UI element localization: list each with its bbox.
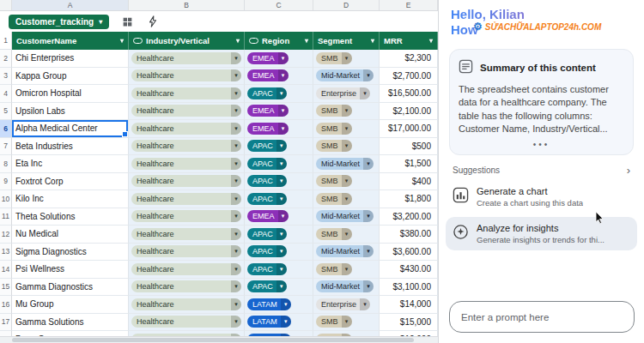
industry-dropdown-chip[interactable]: Healthcare ▾ <box>131 210 241 222</box>
cell-customer-name[interactable]: Foxtrot Corp <box>12 173 129 191</box>
region-dropdown-chip[interactable]: EMEA ▾ <box>247 52 289 64</box>
row-number[interactable]: 2 <box>0 50 12 68</box>
industry-dropdown-chip[interactable]: Healthcare ▾ <box>131 263 241 275</box>
cell-customer-name[interactable]: Gamma Diagnostics <box>12 279 129 297</box>
cell-segment[interactable]: SMB ▾ <box>313 103 380 121</box>
row-number[interactable]: 7 <box>0 138 12 156</box>
cell-region[interactable]: APAC ▾ <box>245 226 313 244</box>
cell-mrr[interactable]: $1,800 <box>380 190 438 208</box>
cell-segment[interactable]: SMB ▾ <box>313 50 380 68</box>
cell-customer-name[interactable]: Gamma Solutions <box>12 314 129 332</box>
segment-dropdown-chip[interactable]: SMB ▾ <box>316 175 352 187</box>
cell-segment[interactable]: SMB ▾ <box>313 314 380 332</box>
cell-mrr[interactable]: $3,100.00 <box>380 279 438 297</box>
segment-dropdown-chip[interactable]: SMB ▾ <box>316 123 352 135</box>
row-number[interactable]: 16 <box>0 296 12 314</box>
cell-customer-name[interactable]: Theta Solutions <box>12 208 129 226</box>
industry-dropdown-chip[interactable]: Healthcare ▾ <box>131 280 241 292</box>
industry-dropdown-chip[interactable]: Healthcare ▾ <box>131 87 241 99</box>
cell-segment[interactable]: SMB ▾ <box>313 190 380 208</box>
row-number[interactable]: 15 <box>0 279 12 297</box>
horizontal-scrollbar[interactable] <box>0 336 438 343</box>
cell-industry[interactable]: Healthcare ▾ <box>129 244 245 262</box>
cell-segment[interactable]: Mid-Market ▾ <box>313 244 380 262</box>
suggestion-analyze-insights[interactable]: Analyze for insights Generate insights o… <box>446 217 637 250</box>
cell-segment[interactable]: Enterprise ▾ <box>313 85 380 103</box>
cell-segment[interactable]: SMB ▾ <box>313 120 380 138</box>
industry-dropdown-chip[interactable]: Healthcare ▾ <box>131 228 241 240</box>
cell-mrr[interactable]: $1,500 <box>380 155 438 173</box>
cell-region[interactable]: EMEA ▾ <box>245 68 313 86</box>
segment-dropdown-chip[interactable]: SMB ▾ <box>316 52 352 64</box>
cell-segment[interactable]: Mid-Market ▾ <box>313 279 380 297</box>
region-dropdown-chip[interactable]: APAC ▾ <box>247 263 287 275</box>
cell-industry[interactable]: Healthcare ▾ <box>129 138 245 156</box>
column-header-b[interactable]: B <box>129 0 245 10</box>
cell-segment[interactable]: Mid-Market ▾ <box>313 208 380 226</box>
cell-customer-name[interactable]: Alpha Medical Center <box>12 120 129 138</box>
industry-dropdown-chip[interactable]: Healthcare ▾ <box>131 316 241 328</box>
segment-dropdown-chip[interactable]: Mid-Market ▾ <box>316 69 374 81</box>
cell-region[interactable]: APAC ▾ <box>245 138 313 156</box>
industry-dropdown-chip[interactable]: Healthcare ▾ <box>131 123 241 135</box>
cell-industry[interactable]: Healthcare ▾ <box>129 50 245 68</box>
cell-industry[interactable]: Healthcare ▾ <box>129 208 245 226</box>
cell-region[interactable]: APAC ▾ <box>245 279 313 297</box>
suggestion-generate-chart[interactable]: Generate a chart Create a chart using th… <box>446 180 637 214</box>
region-dropdown-chip[interactable]: APAC ▾ <box>247 140 287 152</box>
cell-mrr[interactable]: $380.00 <box>380 226 438 244</box>
cell-region[interactable]: EMEA ▾ <box>245 50 313 68</box>
segment-dropdown-chip[interactable]: SMB ▾ <box>316 193 352 205</box>
industry-dropdown-chip[interactable]: Healthcare ▾ <box>131 105 241 117</box>
region-dropdown-chip[interactable]: APAC ▾ <box>247 280 287 292</box>
cell-industry[interactable]: Healthcare ▾ <box>129 261 245 279</box>
cell-customer-name[interactable]: Beta Industries <box>12 138 129 156</box>
cell-customer-name[interactable]: Omicron Hospital <box>12 85 129 103</box>
cell-segment[interactable]: SMB ▾ <box>313 226 380 244</box>
segment-dropdown-chip[interactable]: Enterprise ▾ <box>316 298 370 310</box>
cell-region[interactable]: APAC ▾ <box>245 155 313 173</box>
cell-mrr[interactable]: $3,200.00 <box>380 208 438 226</box>
cell-segment[interactable]: SMB ▾ <box>313 138 380 156</box>
header-segment[interactable]: Segment ▾ <box>313 32 380 50</box>
header-region[interactable]: Region ▾ <box>245 32 313 50</box>
segment-dropdown-chip[interactable]: SMB ▾ <box>316 228 352 240</box>
region-dropdown-chip[interactable]: APAC ▾ <box>247 228 287 240</box>
industry-dropdown-chip[interactable]: Healthcare ▾ <box>131 52 241 64</box>
header-customer-name[interactable]: CustomerName ▾ <box>12 32 129 50</box>
cell-customer-name[interactable]: Kappa Group <box>12 68 129 86</box>
row-number[interactable]: 13 <box>0 244 12 262</box>
cell-customer-name[interactable]: Eta Inc <box>12 155 129 173</box>
region-dropdown-chip[interactable]: APAC ▾ <box>247 158 287 170</box>
cell-mrr[interactable]: $2,100.00 <box>380 103 438 121</box>
industry-dropdown-chip[interactable]: Healthcare ▾ <box>131 175 241 187</box>
expand-summary-button[interactable]: ••• <box>459 140 624 149</box>
cell-customer-name[interactable]: Mu Group <box>12 296 129 314</box>
prompt-input[interactable] <box>449 301 635 333</box>
cell-mrr[interactable]: $17,000.00 <box>380 120 438 138</box>
cell-region[interactable]: LATAM ▾ <box>245 296 313 314</box>
segment-dropdown-chip[interactable]: Mid-Market ▾ <box>316 280 374 292</box>
flash-icon[interactable] <box>145 14 161 29</box>
cell-region[interactable]: APAC ▾ <box>245 173 313 191</box>
segment-dropdown-chip[interactable]: SMB ▾ <box>316 105 352 117</box>
industry-dropdown-chip[interactable]: Healthcare ▾ <box>131 69 241 81</box>
header-mrr[interactable]: MRR ▾ <box>380 32 438 50</box>
cell-industry[interactable]: Healthcare ▾ <box>129 68 245 86</box>
cell-mrr[interactable]: $400 <box>380 173 438 191</box>
row-number[interactable]: 3 <box>0 68 12 86</box>
region-dropdown-chip[interactable]: APAC ▾ <box>247 245 287 257</box>
industry-dropdown-chip[interactable]: Healthcare ▾ <box>131 298 241 310</box>
cell-industry[interactable]: Healthcare ▾ <box>129 85 245 103</box>
segment-dropdown-chip[interactable]: Mid-Market ▾ <box>316 245 374 257</box>
cell-industry[interactable]: Healthcare ▾ <box>129 120 245 138</box>
region-dropdown-chip[interactable]: APAC ▾ <box>247 175 287 187</box>
cell-region[interactable]: APAC ▾ <box>245 261 313 279</box>
cell-customer-name[interactable]: Nu Medical <box>12 226 129 244</box>
chevron-right-icon[interactable]: › <box>627 164 630 177</box>
row-number[interactable]: 5 <box>0 103 12 121</box>
row-number[interactable]: 4 <box>0 85 12 103</box>
cell-industry[interactable]: Healthcare ▾ <box>129 173 245 191</box>
sheet-tab[interactable]: Customer_tracking ▾ <box>9 15 109 29</box>
cell-customer-name[interactable]: Upsilon Labs <box>12 103 129 121</box>
